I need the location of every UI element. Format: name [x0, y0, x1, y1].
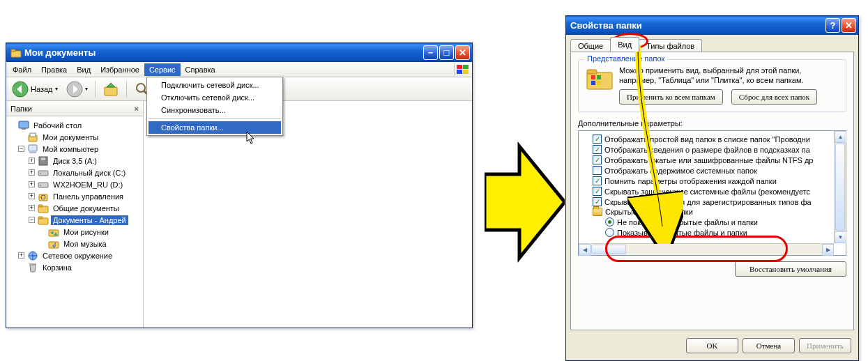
radio[interactable] — [605, 217, 614, 226]
menu-file[interactable]: Файл — [8, 63, 36, 76]
cancel-button[interactable]: Отмена — [743, 338, 795, 353]
reset-all-button[interactable]: Сброс для всех папок — [731, 89, 817, 105]
back-label: Назад — [31, 85, 53, 93]
tab-view[interactable]: Вид — [610, 37, 639, 52]
folder-tree[interactable]: Рабочий столМои документы−Мой компьютер+… — [6, 116, 143, 328]
tree-node[interactable]: +Сетевое окружение — [8, 249, 142, 261]
tabstrip: Общие Вид Типы файлов — [566, 35, 858, 52]
folder-icon — [38, 215, 49, 226]
maximize-button[interactable]: □ — [439, 45, 454, 60]
svg-rect-15 — [29, 145, 37, 151]
apply-button[interactable]: Применить — [799, 338, 851, 353]
tree-node[interactable]: Моя музыка — [8, 238, 142, 249]
expand-icon[interactable]: + — [29, 169, 35, 176]
menu-edit[interactable]: Правка — [36, 63, 72, 76]
adv-label: Отображать содержимое системных папок — [604, 167, 757, 175]
scroll-down-button[interactable]: ▼ — [835, 231, 846, 243]
adv-option[interactable]: Отображать содержимое системных папок — [580, 165, 844, 176]
tree-node[interactable]: +WX2HOEM_RU (D:) — [8, 178, 142, 190]
scroll-left-button[interactable]: ◀ — [579, 244, 591, 256]
adv-option[interactable]: ✓Помнить параметры отображения каждой па… — [580, 176, 844, 186]
checkbox[interactable]: ✓ — [593, 155, 602, 164]
menu-tools[interactable]: Сервис — [144, 63, 181, 76]
svg-rect-21 — [38, 183, 48, 187]
bin-icon — [27, 262, 38, 273]
menu-help[interactable]: Справка — [181, 63, 220, 76]
menuitem-folder-options[interactable]: Свойства папки... — [149, 121, 281, 134]
menuitem-unmap-drive[interactable]: Отключить сетевой диск... — [149, 91, 281, 104]
checkbox[interactable]: ✓ — [593, 187, 602, 196]
help-button[interactable]: ? — [825, 18, 840, 33]
checkbox[interactable]: ✓ — [593, 135, 602, 144]
close-button[interactable]: ✕ — [455, 45, 470, 60]
scroll-right-button[interactable]: ▶ — [822, 244, 834, 256]
menu-view[interactable]: Вид — [72, 63, 96, 76]
folderview-text1: Можно применить вид, выбранный для этой … — [619, 66, 817, 75]
expand-icon[interactable]: + — [29, 193, 35, 199]
adv-label: Скрывать защищенные системные файлы (рек… — [604, 187, 810, 196]
adv-label: Отображать сведения о размере файлов в п… — [604, 146, 810, 154]
tab-general[interactable]: Общие — [570, 39, 611, 52]
tree-node[interactable]: Рабочий стол — [8, 119, 142, 131]
adv-option[interactable]: ✓Отображать простой вид папок в списке п… — [580, 134, 844, 144]
collapse-icon[interactable]: − — [29, 217, 35, 223]
tab-filetypes[interactable]: Типы файлов — [639, 39, 702, 52]
folder-icon — [10, 47, 22, 59]
scrollbar-vertical[interactable]: ▲ ▼ — [834, 131, 846, 243]
tree-node[interactable]: −Мой компьютер — [8, 143, 142, 155]
tree-node[interactable]: −Документы - Андрей — [8, 214, 142, 226]
sidebar-close-button[interactable]: × — [135, 105, 139, 113]
expand-icon[interactable]: + — [29, 181, 35, 187]
scroll-up-button[interactable]: ▲ — [835, 131, 846, 143]
adv-option[interactable]: ✓Скрывать расширения для зарегистрирован… — [580, 197, 844, 207]
tree-node[interactable]: Мои рисунки — [8, 226, 142, 238]
back-button[interactable]: Назад ▾ — [9, 79, 61, 99]
expand-icon[interactable]: + — [29, 158, 35, 164]
scroll-thumb[interactable] — [591, 245, 626, 254]
tree-node[interactable]: +Диск 3,5 (A:) — [8, 155, 142, 167]
apply-to-all-button[interactable]: Применить ко всем папкам — [619, 89, 723, 105]
cursor-icon — [245, 132, 257, 146]
checkbox[interactable]: ✓ — [593, 145, 602, 154]
group-folder-views: Представление папок Можно применить вид,… — [578, 59, 846, 112]
mydocs-icon — [27, 132, 38, 143]
menu-favorites[interactable]: Избранное — [96, 63, 144, 76]
svg-rect-39 — [591, 75, 595, 79]
scrollbar-horizontal[interactable]: ◀ ▶ — [579, 243, 834, 255]
menuitem-map-drive[interactable]: Подключить сетевой диск... — [149, 79, 281, 91]
forward-button[interactable]: ▾ — [63, 79, 91, 99]
tree-node[interactable]: Корзина — [8, 261, 142, 273]
explorer-titlebar: Мои документы − □ ✕ — [6, 43, 472, 62]
windows-flag-icon — [454, 63, 471, 76]
up-button[interactable] — [100, 79, 122, 99]
advanced-listbox[interactable]: ✓Отображать простой вид папок в списке п… — [578, 130, 846, 256]
folder-icon — [38, 203, 49, 214]
ok-button[interactable]: OK — [686, 338, 738, 353]
svg-point-22 — [40, 185, 41, 186]
checkbox[interactable]: ✓ — [593, 197, 602, 206]
tree-node[interactable]: +Общие документы — [8, 202, 142, 214]
adv-option[interactable]: Показывать скрытые файлы и папки — [580, 227, 844, 238]
restore-defaults-button[interactable]: Восстановить умолчания — [735, 261, 846, 277]
radio[interactable] — [605, 228, 614, 237]
tree-node[interactable]: +Локальный диск (C:) — [8, 167, 142, 178]
adv-label: Отображать сжатые или зашифрованные файл… — [604, 156, 813, 164]
adv-option[interactable]: ✓Скрывать защищенные системные файлы (ре… — [580, 186, 844, 197]
collapse-icon[interactable]: − — [18, 146, 24, 152]
adv-header: Скрытые файлы и папки — [580, 207, 844, 217]
menuitem-sync[interactable]: Синхронизовать... — [149, 104, 281, 116]
checkbox[interactable] — [593, 166, 602, 175]
expand-icon[interactable]: + — [18, 252, 24, 259]
separator — [95, 81, 96, 98]
close-button[interactable]: ✕ — [842, 18, 856, 33]
adv-option[interactable]: ✓Отображать сведения о размере файлов в … — [580, 144, 844, 155]
minimize-button[interactable]: − — [423, 45, 438, 60]
adv-option[interactable]: ✓Отображать сжатые или зашифрованные фай… — [580, 155, 844, 165]
adv-option[interactable]: Не показывать скрытые файлы и папки — [580, 217, 844, 227]
checkbox[interactable]: ✓ — [593, 176, 602, 185]
scroll-thumb[interactable] — [835, 144, 845, 231]
group-legend: Представление папок — [584, 54, 667, 63]
tree-node[interactable]: +Панель управления — [8, 190, 142, 202]
expand-icon[interactable]: + — [29, 205, 35, 211]
tree-node[interactable]: Мои документы — [8, 131, 142, 143]
